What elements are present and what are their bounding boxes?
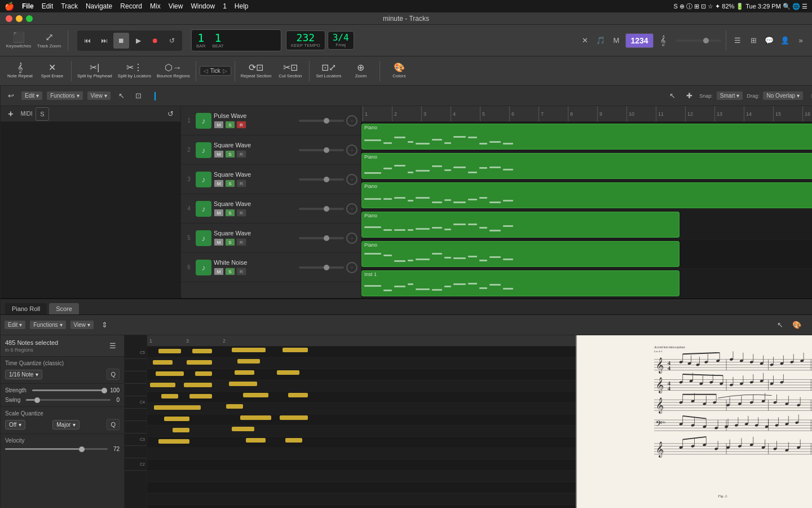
piano-key-4[interactable]: C4 bbox=[125, 396, 147, 409]
track-s-2[interactable]: S bbox=[225, 150, 235, 158]
track-knob-2[interactable]: ○ bbox=[346, 144, 358, 156]
split-playhead-btn[interactable]: ✂| Split by Playhead bbox=[75, 59, 114, 84]
menu-record[interactable]: Mix bbox=[150, 2, 161, 10]
pr-color-icon[interactable]: 🎨 bbox=[790, 318, 804, 332]
split-locators-btn[interactable]: ✂⋮ Split by Locators bbox=[116, 59, 153, 84]
apple-menu[interactable]: 🍎 bbox=[5, 2, 14, 11]
piano-key-2[interactable] bbox=[125, 371, 147, 384]
pr-note-24[interactable] bbox=[283, 348, 308, 352]
master-vol-thumb[interactable] bbox=[703, 38, 709, 43]
piano-key-7[interactable]: C3 bbox=[125, 433, 147, 446]
record-btn[interactable]: ⏺ bbox=[147, 33, 163, 49]
tracks-back-icon[interactable]: ↩ bbox=[4, 89, 17, 103]
track-vol-thumb-1[interactable] bbox=[324, 118, 329, 124]
q-button[interactable]: Q bbox=[107, 369, 120, 380]
pr-note-6[interactable] bbox=[192, 349, 212, 353]
track-r-3[interactable]: R bbox=[236, 179, 246, 187]
track-m-6[interactable]: M bbox=[214, 268, 224, 275]
nudge-left-arrow[interactable]: ◁ bbox=[204, 68, 208, 74]
metronome-btn[interactable]: ✕ bbox=[578, 34, 592, 47]
pr-note-26[interactable] bbox=[288, 393, 308, 397]
track-s-5[interactable]: S bbox=[225, 238, 235, 246]
pr-note-4[interactable] bbox=[161, 394, 178, 398]
swing-slider[interactable] bbox=[26, 399, 111, 401]
piano-key-1[interactable] bbox=[125, 359, 147, 371]
rewind-btn[interactable]: ⏮ bbox=[80, 33, 95, 49]
pr-note-0[interactable] bbox=[158, 349, 181, 353]
view-dropdown[interactable]: View ▾ bbox=[87, 91, 112, 100]
track-tool3[interactable]: | bbox=[148, 89, 162, 103]
track-header-5[interactable]: 5 ♪ Square Wave M S R ○ bbox=[181, 224, 361, 253]
pr-note-20[interactable] bbox=[226, 404, 243, 409]
chat-icon[interactable]: 💬 bbox=[762, 34, 776, 47]
nudge-value-display[interactable]: ◁ Tick ▷ bbox=[200, 66, 231, 76]
pr-collapse-btn[interactable]: ☰ bbox=[106, 339, 120, 353]
track-r-6[interactable]: R bbox=[236, 268, 246, 275]
track-knob-6[interactable]: ○ bbox=[346, 262, 358, 273]
colors-btn[interactable]: 🎨 Colors bbox=[383, 59, 414, 84]
menu-navigate[interactable]: Record bbox=[120, 2, 142, 10]
track-vol-thumb-5[interactable] bbox=[324, 235, 329, 241]
track-vol-1[interactable] bbox=[299, 120, 344, 122]
track-vol-thumb-2[interactable] bbox=[324, 147, 329, 153]
scale-off-dropdown[interactable]: Off ▾ bbox=[5, 420, 25, 430]
midi-region-1[interactable]: Piano bbox=[361, 124, 812, 150]
waveform-icon[interactable]: ≋ bbox=[807, 89, 812, 103]
pr-note-1[interactable] bbox=[153, 360, 173, 365]
pr-functions-dropdown[interactable]: Functions ▾ bbox=[29, 320, 66, 330]
maximize-button[interactable] bbox=[26, 15, 33, 22]
track-r-4[interactable]: R bbox=[236, 209, 246, 217]
track-vol-2[interactable] bbox=[299, 149, 344, 151]
pr-note-3[interactable] bbox=[150, 383, 175, 387]
fast-forward-btn[interactable]: ⏭ bbox=[96, 33, 112, 49]
track-vol-thumb-4[interactable] bbox=[324, 206, 329, 212]
quantize-note-dropdown[interactable]: 1/16 Note ▾ bbox=[5, 370, 42, 379]
track-header-3[interactable]: 3 ♪ Square Wave M S R ○ bbox=[181, 165, 361, 194]
track-s-3[interactable]: S bbox=[225, 179, 235, 187]
counter-display[interactable]: 1 BAR 1 BEAT bbox=[191, 29, 281, 51]
smart-btn2[interactable]: S bbox=[36, 107, 49, 121]
track-vol-5[interactable] bbox=[299, 237, 344, 239]
minimize-button[interactable] bbox=[16, 15, 23, 22]
pr-note-7[interactable] bbox=[187, 360, 212, 365]
close-button[interactable] bbox=[6, 15, 12, 22]
pr-note-10[interactable] bbox=[189, 394, 212, 398]
pr-edit-dropdown[interactable]: Edit ▾ bbox=[4, 320, 26, 330]
pr-note-5[interactable] bbox=[154, 405, 185, 410]
track-knob-5[interactable]: ○ bbox=[346, 233, 358, 244]
pencil-tool[interactable]: ✚ bbox=[682, 89, 696, 103]
track-m-1[interactable]: M bbox=[214, 121, 224, 129]
midi-icon[interactable]: MIDI bbox=[20, 107, 33, 121]
velocity-slider[interactable] bbox=[5, 448, 108, 450]
note-repeat-btn[interactable]: 𝄞 Note Repeat bbox=[5, 59, 36, 84]
track-vol-6[interactable] bbox=[299, 266, 344, 269]
smart-tempo-btn[interactable]: 1234 bbox=[625, 33, 654, 48]
track-vol-4[interactable] bbox=[299, 208, 344, 210]
menu-1[interactable]: Help bbox=[235, 2, 249, 10]
strength-slider[interactable] bbox=[32, 389, 105, 391]
pr-note-25[interactable] bbox=[277, 370, 299, 375]
midi-region-3[interactable]: Piano bbox=[361, 182, 812, 208]
cut-section-btn[interactable]: ✂⊡ Cut Section bbox=[275, 59, 306, 84]
pitch-btn[interactable]: 𝄞 bbox=[656, 34, 669, 47]
pr-note-15[interactable] bbox=[232, 348, 266, 352]
midi-region-5[interactable]: Piano bbox=[361, 241, 679, 267]
track-m-4[interactable]: M bbox=[214, 209, 224, 217]
piano-key-9[interactable]: C2 bbox=[125, 458, 147, 471]
track-vol-thumb-6[interactable] bbox=[324, 265, 329, 270]
piano-key-0[interactable]: C5 bbox=[125, 347, 147, 359]
loop-icon[interactable]: ↺ bbox=[164, 107, 177, 121]
pr-note-19[interactable] bbox=[243, 393, 268, 397]
pr-note-17[interactable] bbox=[235, 370, 254, 375]
tempo-display[interactable]: 232 KEEP TEMPO bbox=[286, 30, 325, 50]
person-icon[interactable]: 👤 bbox=[778, 34, 792, 47]
track-header-1[interactable]: 1 ♪ Pulse Wave M S R ○ bbox=[181, 106, 361, 135]
pr-cursor-icon[interactable]: ↖ bbox=[773, 318, 787, 332]
track-m-3[interactable]: M bbox=[214, 179, 224, 187]
piano-key-3[interactable] bbox=[125, 384, 147, 396]
track-r-1[interactable]: R bbox=[236, 121, 246, 129]
pr-note-18[interactable] bbox=[229, 382, 257, 386]
pr-note-12[interactable] bbox=[164, 417, 189, 421]
midi-region-6[interactable]: Inst 1 bbox=[361, 270, 679, 296]
track-zoom-btn[interactable]: ⤢ Track Zoom bbox=[35, 27, 63, 54]
